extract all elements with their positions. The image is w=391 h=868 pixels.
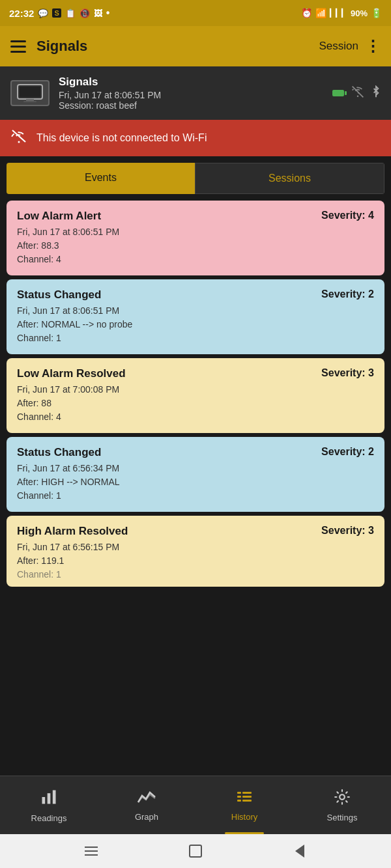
status-bar: 22:32 💬 S 📋 📵 🖼 • ⏰ 📶 ▎▎▎ 90% 🔋 <box>0 0 391 26</box>
event-after-4: After: 119.1 <box>17 554 374 568</box>
event-severity-0: Severity: 4 <box>321 210 374 221</box>
svg-rect-9 <box>42 797 46 804</box>
hamburger-menu[interactable] <box>10 40 26 53</box>
messenger-icon: 💬 <box>38 8 48 18</box>
svg-rect-17 <box>242 800 252 802</box>
event-title-1: Status Changed <box>17 288 101 301</box>
alarm-icon: ⏰ <box>301 8 312 18</box>
event-header-1: Status Changed Severity: 2 <box>17 288 374 301</box>
battery-percentage: 90% <box>351 8 368 18</box>
home-icon <box>189 845 202 858</box>
nav-history[interactable]: History <box>195 776 293 834</box>
svg-rect-12 <box>237 792 241 794</box>
svg-rect-15 <box>242 796 252 798</box>
battery-level-icon <box>332 90 344 96</box>
event-after-0: After: 88.3 <box>17 239 374 253</box>
event-title-2: Low Alarm Resolved <box>17 367 126 380</box>
event-header-0: Low Alarm Alert Severity: 4 <box>17 210 374 223</box>
event-severity-3: Severity: 2 <box>321 446 374 458</box>
nav-graph[interactable]: Graph <box>98 776 195 834</box>
device-name: Signals <box>59 76 323 89</box>
event-datetime-0: Fri, Jun 17 at 8:06:51 PM <box>17 225 374 239</box>
wifi-warning-text: This device is not connected to Wi-Fi <box>36 132 207 144</box>
svg-rect-16 <box>237 800 241 802</box>
app-bar: Signals Session ⋮ <box>0 26 391 66</box>
nav-settings[interactable]: Settings <box>293 776 391 834</box>
svg-rect-1 <box>20 87 40 97</box>
notification-icon-1: 📋 <box>65 8 76 18</box>
svg-rect-14 <box>237 796 241 798</box>
event-title-4: High Alarm Resolved <box>17 525 128 538</box>
dot-indicator: • <box>106 7 110 19</box>
device-details: Signals Fri, Jun 17 at 8:06:51 PM Sessio… <box>59 76 323 111</box>
svg-point-18 <box>340 794 345 800</box>
bluetooth-icon <box>371 85 381 102</box>
event-after-3: After: HIGH --> NORMAL <box>17 475 374 489</box>
device-status-icons <box>332 85 381 102</box>
notification-icon-3: 🖼 <box>94 8 102 18</box>
event-card-1[interactable]: Status Changed Severity: 2 Fri, Jun 17 a… <box>7 279 384 354</box>
settings-icon <box>334 789 351 810</box>
battery-icon: 🔋 <box>371 8 382 18</box>
device-session: Session: roast beef <box>59 100 323 111</box>
graph-icon <box>137 789 156 809</box>
event-channel-0: Channel: 4 <box>17 253 374 266</box>
event-channel-1: Channel: 1 <box>17 331 374 345</box>
svg-rect-11 <box>53 790 56 804</box>
home-button[interactable] <box>186 842 205 860</box>
event-card-2[interactable]: Low Alarm Resolved Severity: 3 Fri, Jun … <box>7 358 384 433</box>
nav-readings[interactable]: Readings <box>0 776 98 834</box>
history-icon <box>236 789 253 809</box>
status-time: 22:32 💬 S 📋 📵 🖼 • <box>9 7 109 19</box>
wifi-warning-banner: This device is not connected to Wi-Fi <box>0 120 391 156</box>
event-datetime-3: Fri, Jun 17 at 6:56:34 PM <box>17 462 374 475</box>
notification-icon-2: 📵 <box>80 8 90 18</box>
history-label: History <box>231 812 257 822</box>
recents-icon <box>85 847 98 856</box>
event-card-4[interactable]: High Alarm Resolved Severity: 3 Fri, Jun… <box>7 516 384 587</box>
recents-button[interactable] <box>82 842 100 860</box>
readings-icon <box>40 788 58 811</box>
back-button[interactable] <box>291 842 309 860</box>
event-after-2: After: 88 <box>17 397 374 410</box>
event-severity-4: Severity: 3 <box>321 525 374 537</box>
event-card-0[interactable]: Low Alarm Alert Severity: 4 Fri, Jun 17 … <box>7 201 384 275</box>
event-datetime-1: Fri, Jun 17 at 8:06:51 PM <box>17 304 374 318</box>
svg-rect-2 <box>26 99 34 101</box>
event-channel-3: Channel: 1 <box>17 489 374 503</box>
events-tab[interactable]: Events <box>7 163 195 194</box>
settings-label: Settings <box>327 813 358 822</box>
svg-rect-13 <box>242 792 252 794</box>
app-title: Signals <box>36 38 319 55</box>
device-datetime: Fri, Jun 17 at 8:06:51 PM <box>59 90 323 100</box>
device-icon <box>10 80 50 106</box>
svg-rect-3 <box>23 101 36 102</box>
back-icon <box>295 845 304 858</box>
readings-label: Readings <box>31 813 67 823</box>
bottom-nav: Readings Graph History <box>0 776 391 834</box>
sessions-tab[interactable]: Sessions <box>195 163 384 194</box>
time-display: 22:32 <box>9 8 34 19</box>
event-session-tabs: Events Sessions <box>7 163 384 194</box>
event-header-2: Low Alarm Resolved Severity: 3 <box>17 367 374 380</box>
session-button[interactable]: Session <box>319 40 358 53</box>
system-nav <box>0 834 391 868</box>
svg-rect-10 <box>48 793 51 804</box>
event-channel-2: Channel: 4 <box>17 410 374 424</box>
app-bar-actions: Session ⋮ <box>319 37 381 55</box>
event-card-3[interactable]: Status Changed Severity: 2 Fri, Jun 17 a… <box>7 437 384 512</box>
event-header-3: Status Changed Severity: 2 <box>17 446 374 459</box>
event-channel-4: Channel: 1 <box>17 568 374 581</box>
event-title-3: Status Changed <box>17 446 101 459</box>
graph-label: Graph <box>135 812 158 822</box>
event-datetime-4: Fri, Jun 17 at 6:56:15 PM <box>17 540 374 554</box>
more-menu-icon[interactable]: ⋮ <box>365 37 381 55</box>
device-info-panel: Signals Fri, Jun 17 at 8:06:51 PM Sessio… <box>0 66 391 120</box>
svg-point-8 <box>18 141 20 143</box>
event-datetime-2: Fri, Jun 17 at 7:00:08 PM <box>17 383 374 397</box>
wifi-disabled-icon <box>351 85 365 102</box>
wifi-icon: 📶 <box>315 8 326 18</box>
event-severity-1: Severity: 2 <box>321 288 374 300</box>
svg-point-5 <box>357 95 359 97</box>
events-list: Low Alarm Alert Severity: 4 Fri, Jun 17 … <box>0 194 391 776</box>
